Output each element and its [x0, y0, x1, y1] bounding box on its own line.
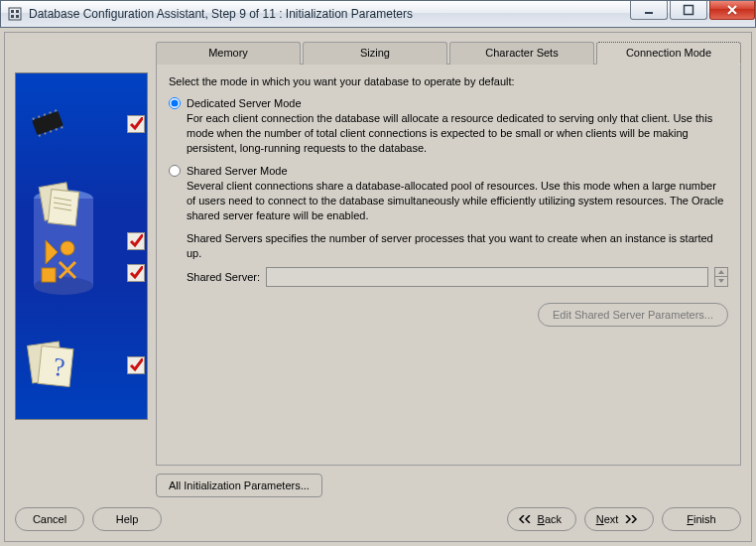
check-icon: [127, 264, 145, 282]
window-title: Database Configuration Assistant, Step 9…: [29, 7, 628, 21]
spinner-down-icon[interactable]: [715, 276, 727, 286]
chip-icon: [24, 105, 71, 143]
svg-rect-3: [11, 15, 14, 18]
all-initialization-parameters-button[interactable]: All Initialization Parameters...: [156, 474, 322, 497]
svg-marker-37: [718, 279, 724, 283]
svg-rect-2: [16, 10, 19, 13]
shared-mode-label: Shared Server Mode: [187, 165, 288, 177]
svg-line-15: [39, 135, 40, 137]
database-files-icon: [24, 181, 103, 302]
shared-servers-note: Shared Servers specifies the number of s…: [187, 231, 728, 261]
next-button[interactable]: Next: [584, 507, 654, 531]
check-icon: [127, 232, 145, 250]
shared-mode-block: Shared Server Mode Several client connec…: [169, 165, 728, 326]
tab-character-sets[interactable]: Character Sets: [449, 42, 594, 65]
help-files-icon: ?: [24, 338, 83, 393]
title-bar: Database Configuration Assistant, Step 9…: [0, 0, 756, 28]
shared-server-label: Shared Server:: [187, 271, 260, 283]
window-buttons: [628, 1, 755, 27]
svg-line-16: [45, 133, 46, 135]
dedicated-mode-label: Dedicated Server Mode: [187, 97, 302, 109]
svg-line-18: [56, 128, 57, 130]
shared-server-spinner[interactable]: [714, 267, 728, 287]
dedicated-mode-radio[interactable]: [169, 97, 181, 109]
svg-line-14: [56, 109, 57, 111]
check-icon: [127, 115, 145, 133]
finish-button-rest: inish: [693, 513, 716, 525]
wizard-frame: ? Memory Sizing Character Sets Connectio…: [4, 32, 752, 542]
next-button-rest: ext: [604, 513, 619, 525]
finish-button[interactable]: Finish: [662, 507, 741, 531]
svg-line-19: [62, 126, 63, 128]
shared-mode-radio[interactable]: [169, 165, 181, 177]
tab-memory[interactable]: Memory: [156, 42, 301, 65]
tab-connection-mode[interactable]: Connection Mode: [596, 42, 741, 65]
dedicated-mode-block: Dedicated Server Mode For each client co…: [169, 97, 728, 156]
shared-mode-description: Several client connections share a datab…: [187, 179, 728, 223]
edit-shared-parameters-button[interactable]: Edit Shared Server Parameters...: [538, 303, 728, 327]
svg-line-17: [51, 131, 52, 133]
back-button[interactable]: Back: [507, 507, 576, 531]
cancel-button[interactable]: Cancel: [15, 507, 84, 531]
minimize-button[interactable]: [630, 1, 668, 20]
intro-text: Select the mode in which you want your d…: [169, 74, 728, 89]
connection-mode-panel: Select the mode in which you want your d…: [156, 64, 741, 466]
check-icon: [127, 356, 145, 374]
next-arrow-icon: [624, 515, 638, 523]
tab-sizing[interactable]: Sizing: [303, 42, 447, 65]
help-button[interactable]: Help: [92, 507, 162, 531]
app-icon: [7, 6, 23, 22]
wizard-footer: Cancel Help Back Next Finish: [15, 507, 741, 531]
svg-marker-36: [718, 270, 724, 274]
svg-rect-24: [48, 190, 78, 226]
svg-line-13: [50, 112, 51, 114]
spinner-up-icon[interactable]: [715, 268, 727, 277]
sidebar-step-sizing: [16, 181, 147, 302]
sidebar-step-memory: [16, 105, 147, 143]
svg-rect-9: [32, 111, 63, 136]
back-arrow-icon: [518, 515, 532, 523]
sidebar-step-charsets: [16, 264, 147, 282]
dedicated-mode-description: For each client connection the database …: [187, 111, 728, 156]
main-panel: Memory Sizing Character Sets Connection …: [156, 41, 741, 497]
svg-line-10: [33, 118, 34, 120]
svg-rect-4: [16, 15, 19, 18]
svg-rect-1: [11, 10, 14, 13]
close-button[interactable]: [709, 1, 755, 20]
svg-point-29: [61, 241, 74, 255]
sidebar-step-connmode: ?: [16, 338, 147, 393]
svg-line-12: [45, 114, 46, 116]
maximize-button[interactable]: [670, 1, 707, 20]
svg-rect-0: [9, 8, 21, 20]
tab-bar: Memory Sizing Character Sets Connection …: [156, 41, 741, 64]
svg-line-11: [39, 116, 40, 118]
shared-server-input[interactable]: [266, 267, 708, 287]
svg-rect-6: [685, 6, 693, 15]
back-button-rest: ack: [545, 513, 562, 525]
wizard-sidebar: ?: [15, 72, 148, 420]
